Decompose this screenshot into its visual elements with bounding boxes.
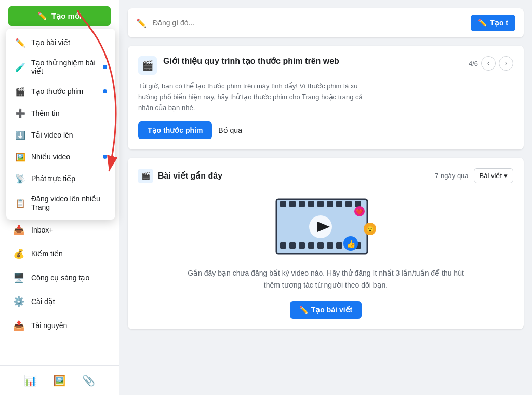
empty-state-text: Gần đây bạn chưa đăng bất kỳ video nào. … bbox=[185, 267, 466, 291]
svg-rect-2 bbox=[289, 201, 296, 207]
filter-button[interactable]: Bài viết ▾ bbox=[474, 168, 513, 183]
sidebar-nav: 📥 Inbox+ 💰 Kiếm tiền 🖥️ Công cụ sáng tạo… bbox=[0, 209, 119, 346]
svg-rect-10 bbox=[280, 242, 286, 249]
dropdown-item-phat-truc-tiep[interactable]: 📡 Phát trực tiếp bbox=[6, 168, 115, 189]
tutorial-title: Giới thiệu quy trình tạo thước phim trên… bbox=[163, 56, 462, 67]
svg-rect-6 bbox=[327, 201, 333, 207]
new-badge bbox=[103, 155, 107, 159]
grid-icon: 🖼️ bbox=[15, 151, 26, 162]
create-new-button[interactable]: ✏️ Tạo mới bbox=[8, 6, 111, 26]
reel-icon: 🎬 bbox=[15, 86, 26, 97]
skip-button[interactable]: Bỏ qua bbox=[218, 126, 242, 134]
svg-rect-14 bbox=[317, 242, 324, 249]
dropdown-label: Nhiều video bbox=[31, 153, 70, 161]
new-badge bbox=[103, 65, 107, 69]
svg-rect-15 bbox=[327, 242, 333, 249]
dropdown-label: Tải video lên bbox=[31, 131, 73, 139]
create-post-label: Tạo bài viết bbox=[311, 306, 352, 314]
sidebar-item-cai-dat[interactable]: ⚙️ Cài đặt bbox=[4, 290, 115, 313]
recent-controls: 7 ngày qua Bài viết ▾ bbox=[435, 168, 513, 183]
sidebar-item-label: Công cụ sáng tạo bbox=[31, 274, 89, 282]
post-input-bar: ✏️ ✏️ Tạo t bbox=[128, 8, 524, 37]
dropdown-menu: ✏️ Tạo bài viết 🧪 Tạo thử nghiệm bài viế… bbox=[6, 29, 115, 220]
svg-text:❤️: ❤️ bbox=[356, 208, 363, 215]
sidebar-item-inbox[interactable]: 📥 Inbox+ bbox=[4, 219, 115, 241]
sidebar: ✏️ Tạo mới ✏️ Tạo bài viết 🧪 Tạo thử ngh… bbox=[0, 0, 119, 395]
dropdown-item-dang-nhieu-trang[interactable]: 📋 Đăng video lên nhiều Trang bbox=[6, 189, 115, 216]
main-content: ✏️ ✏️ Tạo t 🎬 Giới thiệu quy trình tạo t… bbox=[119, 0, 532, 395]
sidebar-item-kiem-tien[interactable]: 💰 Kiếm tiền bbox=[4, 242, 115, 265]
inbox-icon: 📥 bbox=[12, 224, 25, 236]
create-button-label: Tạo mới bbox=[51, 11, 82, 21]
sidebar-item-cong-cu[interactable]: 🖥️ Công cụ sáng tạo bbox=[4, 266, 115, 289]
filter-label: Bài viết bbox=[480, 172, 502, 180]
svg-rect-12 bbox=[299, 242, 305, 249]
svg-rect-3 bbox=[299, 201, 305, 207]
recent-icon: 🎬 bbox=[138, 169, 153, 183]
recent-posts-card: 🎬 Bài viết gần đây 7 ngày qua Bài viết ▾ bbox=[128, 158, 524, 329]
money-icon: 💰 bbox=[12, 248, 25, 260]
video-illustration: 👍 ❤️ 😮 bbox=[274, 192, 378, 264]
dropdown-label: Đăng video lên nhiều Trang bbox=[31, 195, 107, 211]
create-reel-button[interactable]: Tạo thước phim bbox=[138, 121, 212, 139]
step-counter: 4/6 bbox=[469, 60, 478, 67]
video-thumbnail: 👍 ❤️ 😮 bbox=[274, 192, 378, 259]
sidebar-bottom: 📊 🖼️ 📎 bbox=[0, 365, 119, 395]
dropdown-label: Phát trực tiếp bbox=[31, 174, 75, 183]
tutorial-icon: 🎬 bbox=[138, 56, 157, 75]
dropdown-label: Tạo thử nghiệm bài viết bbox=[31, 59, 107, 75]
dropdown-item-nhieu-video[interactable]: 🖼️ Nhiều video bbox=[6, 146, 115, 168]
recent-title-text: Bài viết gần đây bbox=[158, 171, 222, 181]
post-create-button[interactable]: ✏️ Tạo t bbox=[471, 15, 515, 31]
svg-rect-5 bbox=[317, 201, 324, 207]
sidebar-item-label: Tài nguyên bbox=[31, 321, 67, 330]
post-input[interactable] bbox=[153, 19, 464, 27]
dropdown-item-thuoc-phim[interactable]: 🎬 Tạo thước phim bbox=[6, 80, 115, 102]
sidebar-item-label: Inbox+ bbox=[31, 226, 53, 234]
chevron-down-icon: ▾ bbox=[504, 172, 508, 180]
svg-rect-8 bbox=[345, 201, 352, 207]
video-placeholder: 👍 ❤️ 😮 bbox=[138, 192, 513, 259]
sidebar-item-label: Kiếm tiền bbox=[31, 250, 63, 258]
gallery-icon[interactable]: 🖼️ bbox=[51, 372, 68, 389]
post-create-label: Tạo t bbox=[490, 19, 508, 27]
pencil-icon: ✏️ bbox=[299, 306, 308, 314]
svg-rect-11 bbox=[289, 242, 296, 249]
dropdown-item-tai-video[interactable]: ⬇️ Tải video lên bbox=[6, 124, 115, 146]
chart-icon[interactable]: 📊 bbox=[22, 372, 39, 389]
time-filter-label: 7 ngày qua bbox=[435, 172, 468, 180]
svg-text:👍: 👍 bbox=[347, 240, 356, 249]
sidebar-item-label: Cài đặt bbox=[31, 297, 55, 306]
add-icon: ➕ bbox=[15, 107, 26, 119]
svg-rect-1 bbox=[280, 201, 286, 207]
sidebar-item-tai-nguyen[interactable]: 📤 Tài nguyên bbox=[4, 314, 115, 337]
dropdown-item-thu-nghiem[interactable]: 🧪 Tạo thử nghiệm bài viết bbox=[6, 53, 115, 80]
dropdown-item-tao-bai-viet[interactable]: ✏️ Tạo bài viết bbox=[6, 32, 115, 53]
create-icon: ✏️ bbox=[478, 19, 487, 27]
tutorial-body: Từ giờ, bạn có thể tạo thước phim trên m… bbox=[138, 81, 367, 113]
upload-icon: ⬇️ bbox=[15, 129, 26, 141]
tutorial-title-area: Giới thiệu quy trình tạo thước phim trên… bbox=[163, 56, 462, 67]
tutorial-card: 🎬 Giới thiệu quy trình tạo thước phim tr… bbox=[128, 46, 524, 149]
create-btn-wrapper: ✏️ Tạo mới bbox=[0, 0, 119, 32]
svg-rect-7 bbox=[336, 201, 342, 207]
next-arrow-button[interactable]: › bbox=[499, 56, 513, 71]
svg-rect-13 bbox=[308, 242, 314, 249]
tools-icon: 🖥️ bbox=[12, 271, 25, 284]
svg-text:😮: 😮 bbox=[366, 225, 374, 233]
edit-icon: ✏️ bbox=[136, 18, 147, 28]
new-badge bbox=[103, 89, 107, 93]
create-post-button[interactable]: ✏️ Tạo bài viết bbox=[290, 301, 362, 319]
link-icon[interactable]: 📎 bbox=[81, 372, 97, 389]
recent-header: 🎬 Bài viết gần đây 7 ngày qua Bài viết ▾ bbox=[138, 168, 513, 183]
experiment-icon: 🧪 bbox=[15, 61, 26, 73]
svg-rect-16 bbox=[336, 242, 342, 249]
resource-icon: 📤 bbox=[12, 319, 25, 332]
dropdown-item-them-tin[interactable]: ➕ Thêm tin bbox=[6, 102, 115, 124]
prev-arrow-button[interactable]: ‹ bbox=[481, 56, 496, 71]
dropdown-label: Tạo bài viết bbox=[31, 38, 70, 47]
tutorial-header: 🎬 Giới thiệu quy trình tạo thước phim tr… bbox=[138, 56, 513, 75]
live-icon: 📡 bbox=[15, 173, 26, 184]
edit-icon: ✏️ bbox=[15, 37, 26, 48]
dropdown-label: Thêm tin bbox=[31, 109, 59, 117]
